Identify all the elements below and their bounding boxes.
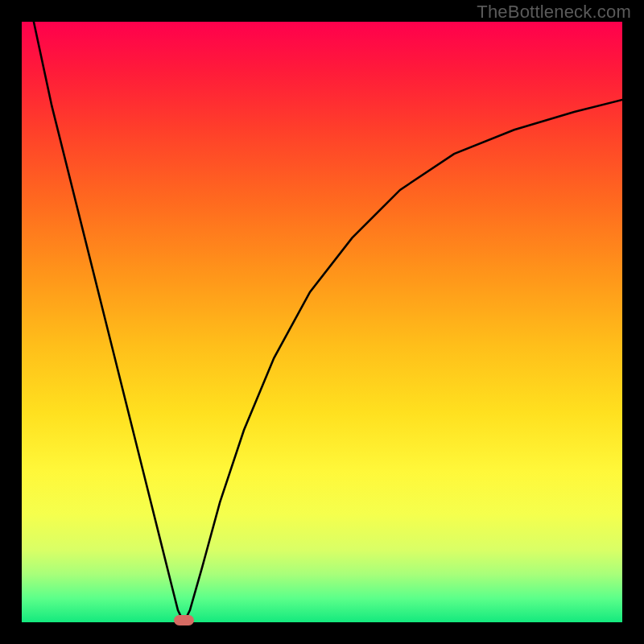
- watermark-text: TheBottleneck.com: [477, 2, 631, 23]
- curve-svg: [22, 22, 622, 622]
- bottleneck-curve-path: [34, 22, 622, 622]
- chart-frame: TheBottleneck.com: [0, 0, 644, 644]
- optimum-marker: [174, 615, 194, 625]
- plot-area: [22, 22, 622, 622]
